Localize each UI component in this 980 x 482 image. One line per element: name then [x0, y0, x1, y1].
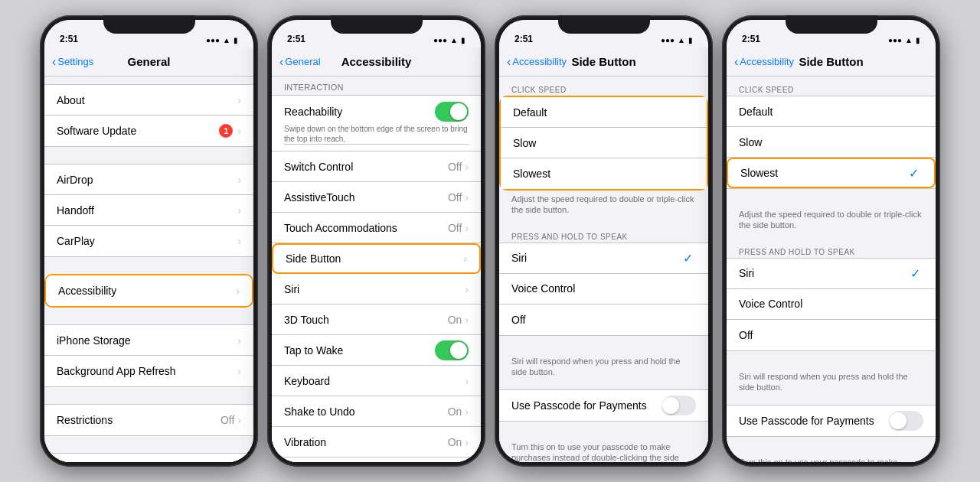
tap-wake-toggle[interactable]	[435, 340, 469, 360]
battery-icon-3: ▮	[688, 36, 693, 44]
row-siri[interactable]: Siri ›	[272, 274, 481, 305]
back-label-2: General	[285, 56, 320, 67]
row-voice-control-3[interactable]: Voice Control	[499, 274, 708, 305]
passcode-toggle-3[interactable]	[662, 396, 696, 415]
row-carplay[interactable]: CarPlay ›	[44, 226, 253, 256]
row-switch-control[interactable]: Switch Control Off ›	[272, 151, 481, 182]
nav-bar-2: ‹ General Accessibility	[272, 47, 481, 77]
row-default-4[interactable]: Default	[727, 96, 936, 127]
row-off-ph-3[interactable]: Off	[499, 305, 708, 335]
battery-icon: ▮	[234, 36, 238, 44]
back-button-3[interactable]: ‹ Accessibility	[507, 56, 567, 68]
siri-ph-label-3: Siri	[511, 244, 683, 272]
wifi-icon-4: ▲	[905, 36, 913, 44]
press-hold-header-4: PRESS AND HOLD TO SPEAK	[727, 243, 936, 258]
row-siri-ph-3[interactable]: Siri ✓	[499, 243, 708, 274]
row-slow-3[interactable]: Slow	[501, 128, 707, 158]
row-restrictions[interactable]: Restrictions Off ›	[44, 405, 253, 435]
touch-accom-value: Off	[448, 222, 462, 234]
status-bar-3: 2:51 ●●● ▲ ▮	[499, 20, 708, 47]
wifi-icon-2: ▲	[450, 36, 458, 44]
passcode-sub-3: Turn this on to use your passcode to mak…	[499, 438, 708, 462]
default-label-3: Default	[513, 99, 694, 126]
side-button-label: Side Button	[286, 245, 463, 272]
nav-bar-3: ‹ Accessibility Side Button	[499, 47, 708, 77]
back-chevron-1: ‹	[52, 56, 56, 68]
handoff-chevron: ›	[237, 204, 241, 217]
back-chevron-3: ‹	[507, 56, 511, 68]
row-audio-routing[interactable]: Call Audio Routing Automatic ›	[272, 458, 481, 462]
row-off-ph-4[interactable]: Off	[727, 320, 936, 350]
passcode-label-3: Use Passcode for Payments	[511, 392, 662, 419]
accessibility-label: Accessibility	[58, 277, 236, 305]
passcode-toggle-4[interactable]	[890, 411, 923, 431]
status-time-1: 2:51	[60, 34, 78, 44]
3d-touch-chevron: ›	[465, 314, 469, 326]
row-slow-4[interactable]: Slow	[727, 127, 936, 158]
row-touch-accom[interactable]: Touch Accommodations Off ›	[272, 213, 481, 243]
row-siri-ph-4[interactable]: Siri ✓	[727, 259, 936, 289]
row-bg-refresh[interactable]: Background App Refresh ›	[44, 356, 253, 386]
row-passcode-4[interactable]: Use Passcode for Payments	[727, 405, 936, 436]
row-iphone-storage[interactable]: iPhone Storage ›	[44, 325, 253, 356]
row-3d-touch[interactable]: 3D Touch On ›	[272, 305, 481, 335]
row-about[interactable]: About ›	[44, 85, 253, 116]
status-time-3: 2:51	[514, 34, 533, 44]
row-reachability[interactable]: Reachability Swipe down on the bottom ed…	[272, 96, 481, 151]
row-slowest-3[interactable]: Slowest	[501, 158, 707, 189]
off-ph-label-4: Off	[739, 321, 923, 349]
battery-icon-2: ▮	[461, 36, 466, 44]
row-airdrop[interactable]: AirDrop ›	[44, 164, 253, 195]
switch-control-label: Switch Control	[284, 153, 448, 181]
vibration-chevron: ›	[465, 436, 469, 448]
row-tap-wake[interactable]: Tap to Wake	[272, 335, 481, 366]
switch-control-chevron: ›	[465, 161, 469, 173]
back-button-4[interactable]: ‹ Accessibility	[734, 56, 794, 68]
3d-touch-label: 3D Touch	[284, 306, 448, 334]
row-date-time[interactable]: Date & Time ›	[44, 454, 253, 462]
assistivetouch-chevron: ›	[465, 191, 469, 204]
status-bar-4: 2:51 ●●● ▲ ▮	[727, 20, 936, 47]
click-speed-group-3: Default Slow Slowest	[499, 96, 708, 191]
click-speed-sub-4: Adjust the speed required to double or t…	[727, 206, 936, 237]
back-button-2[interactable]: ‹ General	[279, 56, 321, 68]
row-accessibility[interactable]: Accessibility ›	[46, 275, 252, 306]
reachability-toggle[interactable]	[435, 102, 469, 122]
back-chevron-2: ‹	[279, 56, 283, 68]
reachability-sub: Swipe down on the bottom edge of the scr…	[284, 122, 469, 145]
press-hold-sub-4: Siri will respond when you press and hol…	[727, 368, 936, 399]
passcode-thumb-4	[890, 412, 906, 429]
row-keyboard-acc[interactable]: Keyboard ›	[272, 366, 481, 396]
click-speed-header-4: CLICK SPEED	[727, 81, 936, 96]
press-hold-header-3: PRESS AND HOLD TO SPEAK	[499, 228, 708, 243]
row-voice-control-4[interactable]: Voice Control	[727, 289, 936, 320]
phone-4: 2:51 ●●● ▲ ▮ ‹ Accessibility Side Button…	[722, 15, 940, 467]
vibration-value: On	[448, 436, 462, 448]
status-icons-1: ●●● ▲ ▮	[206, 36, 238, 44]
row-slowest-4[interactable]: Slowest ✓	[727, 158, 936, 188]
bg-refresh-chevron: ›	[237, 365, 241, 377]
nav-title-3: Side Button	[571, 55, 635, 68]
phone-2: 2:51 ●●● ▲ ▮ ‹ General Accessibility INT…	[267, 15, 485, 467]
status-icons-4: ●●● ▲ ▮	[888, 36, 920, 44]
status-icons-2: ●●● ▲ ▮	[433, 36, 466, 44]
back-button-1[interactable]: ‹ Settings	[52, 56, 93, 68]
carplay-label: CarPlay	[57, 227, 237, 255]
tap-wake-label: Tap to Wake	[284, 337, 435, 364]
interaction-header: INTERACTION	[272, 77, 481, 95]
row-side-button[interactable]: Side Button ›	[272, 243, 481, 274]
side-button-chevron: ›	[463, 252, 467, 265]
row-assistivetouch[interactable]: AssistiveTouch Off ›	[272, 182, 481, 213]
nav-title-1: General	[128, 55, 171, 68]
about-chevron: ›	[237, 94, 241, 106]
row-shake-undo[interactable]: Shake to Undo On ›	[272, 396, 481, 427]
back-label-1: Settings	[57, 56, 93, 67]
row-default-3[interactable]: Default	[501, 97, 707, 128]
row-vibration[interactable]: Vibration On ›	[272, 427, 481, 458]
row-software-update[interactable]: Software Update 1 ›	[44, 116, 253, 146]
row-passcode-3[interactable]: Use Passcode for Payments	[499, 390, 708, 421]
nav-bar-1: ‹ Settings General	[44, 47, 253, 77]
audio-routing-label: Call Audio Routing	[284, 459, 414, 462]
row-handoff[interactable]: Handoff ›	[44, 195, 253, 226]
tap-wake-thumb	[450, 342, 467, 359]
